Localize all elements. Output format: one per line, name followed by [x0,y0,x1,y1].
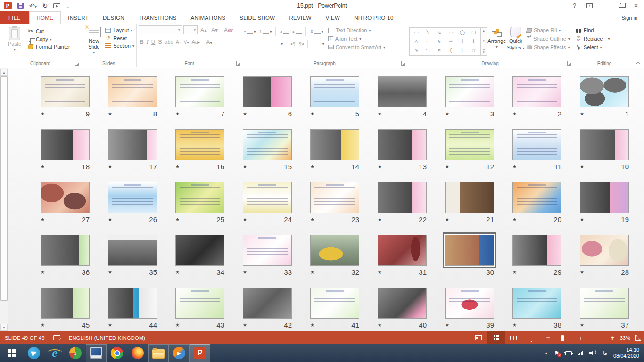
ribbon-display-options-icon[interactable]: ↑ [586,3,593,8]
slide-thumbnail-34[interactable] [175,235,224,266]
animation-star-icon[interactable]: ★ [580,322,586,328]
animation-star-icon[interactable]: ★ [108,322,115,328]
idm-taskbar-icon[interactable]: ↓ [65,344,86,362]
hidden-icons-arrow[interactable]: ▲ [545,351,548,355]
shape-option-3[interactable]: ↘ [438,30,441,35]
network-signal-icon[interactable] [578,351,583,355]
animation-star-icon[interactable]: ★ [512,217,519,222]
zoom-slider-thumb[interactable] [561,335,564,341]
internet-explorer-taskbar-icon[interactable]: e [44,344,65,362]
slide-thumbnail-43[interactable] [175,288,224,319]
start-button[interactable] [0,344,24,362]
animation-star-icon[interactable]: ★ [41,322,47,328]
increase-indent-icon[interactable]: ▸ [293,29,302,34]
spell-check-icon[interactable] [53,335,60,340]
animation-star-icon[interactable]: ★ [108,270,115,275]
paste-button[interactable]: Paste▾ [2,25,27,59]
volume-icon[interactable]: ⟩ [589,350,597,356]
slide-thumbnail-27[interactable] [41,182,90,213]
arrange-button[interactable]: Arrange▾ [487,25,507,59]
animation-star-icon[interactable]: ★ [41,270,47,275]
slide-thumbnail-1[interactable] [580,76,629,107]
shape-option-2[interactable]: ╲ [426,30,429,35]
columns-icon[interactable]: ▾ [312,42,324,46]
shape-outline-button[interactable]: Shape Outline▾ [527,36,570,41]
slide-thumbnail-30[interactable] [445,235,494,266]
animation-star-icon[interactable]: ★ [310,322,317,328]
slide-thumbnail-2[interactable] [512,76,561,107]
language-indicator[interactable]: ENGLISH (UNITED KINGDOM) [69,335,145,341]
animation-star-icon[interactable]: ★ [243,111,249,116]
animation-star-icon[interactable]: ★ [243,164,249,169]
align-right-icon[interactable] [264,42,270,46]
animation-star-icon[interactable]: ★ [512,164,519,169]
slide-thumbnail-29[interactable] [512,235,561,266]
scroll-up-icon[interactable]: ▲ [0,69,8,76]
slide-thumbnail-42[interactable] [243,288,292,319]
slide-thumbnail-12[interactable] [445,129,494,160]
slide-thumbnail-40[interactable] [378,288,427,319]
animation-star-icon[interactable]: ★ [108,217,115,222]
animation-star-icon[interactable]: ★ [512,270,519,275]
animation-star-icon[interactable]: ★ [175,111,182,116]
shape-option-4[interactable]: ▭ [448,30,453,35]
shape-option-5[interactable]: ◯ [460,30,465,35]
slide-thumbnail-22[interactable] [378,182,427,213]
slideshow-view-icon[interactable] [522,331,540,344]
slide-thumbnail-18[interactable] [41,129,90,160]
animation-star-icon[interactable]: ★ [445,164,452,169]
slide-thumbnail-3[interactable] [445,76,494,107]
align-left-icon[interactable] [244,42,250,46]
animation-star-icon[interactable]: ★ [378,270,384,275]
font-size-combo[interactable]: ▾ [183,25,198,34]
shape-option-10[interactable]: ⇨ [449,39,453,44]
slide-sorter-view-icon[interactable] [487,331,505,344]
input-language-indicator[interactable]: فا [603,350,607,356]
tab-transitions[interactable]: TRANSITIONS [132,11,184,24]
justify-icon[interactable]: ▾ [274,42,283,46]
slide-thumbnail-35[interactable] [108,235,157,266]
clipboard-dialog-launcher[interactable] [75,61,79,66]
underline-icon[interactable]: U [151,39,156,45]
shape-option-15[interactable]: ≈ [438,48,441,53]
rtl-direction-icon[interactable]: ¶◂ [299,41,303,46]
animation-star-icon[interactable]: ★ [378,217,384,222]
animation-star-icon[interactable]: ★ [175,270,182,275]
animation-star-icon[interactable]: ★ [108,111,115,116]
collapse-ribbon-icon[interactable] [636,61,640,65]
italic-icon[interactable]: I [147,39,149,46]
power-icon[interactable] [565,351,572,355]
close-icon[interactable]: ✕ [634,2,638,9]
tab-design[interactable]: DESIGN [96,11,132,24]
shapes-gallery[interactable]: ▭╲↘▭◯▢△⌐↳⇨⇩⌊∿◠≈{}☆ [409,27,481,56]
telegram-taskbar-icon[interactable] [24,344,44,362]
tab-review[interactable]: REVIEW [282,11,318,24]
copy-button[interactable]: Copy▾ [27,36,70,42]
tab-home[interactable]: HOME [29,11,61,24]
animation-star-icon[interactable]: ★ [445,217,452,222]
change-case-icon[interactable]: Aa▾ [191,39,199,45]
align-center-icon[interactable] [254,42,260,46]
animation-star-icon[interactable]: ★ [175,322,182,328]
slide-thumbnail-28[interactable] [580,235,629,266]
animation-star-icon[interactable]: ★ [378,164,384,169]
slide-thumbnail-39[interactable] [445,288,494,319]
shape-option-17[interactable]: } [462,48,463,53]
shape-option-1[interactable]: ▭ [414,30,418,35]
layout-button[interactable]: Layout▾ [105,27,134,33]
slide-thumbnail-24[interactable] [243,182,292,213]
undo-icon[interactable]: ↶▾ [29,2,37,9]
animation-star-icon[interactable]: ★ [580,111,586,116]
fit-to-window-icon[interactable] [635,335,641,341]
shape-option-11[interactable]: ⇩ [460,39,464,44]
tab-view[interactable]: VIEW [319,11,347,24]
bullets-icon[interactable]: •▾ [244,29,256,34]
slide-thumbnail-25[interactable] [175,182,224,213]
grow-font-icon[interactable]: A▴ [199,27,208,33]
animation-star-icon[interactable]: ★ [512,111,519,116]
section-button[interactable]: Section▾ [105,43,134,49]
animation-star-icon[interactable]: ★ [243,270,249,275]
shapes-gallery-scrollbar[interactable]: ▴▾▾ [481,27,487,56]
replace-button[interactable]: abacReplace ▾ [575,36,610,41]
animation-star-icon[interactable]: ★ [445,111,452,116]
